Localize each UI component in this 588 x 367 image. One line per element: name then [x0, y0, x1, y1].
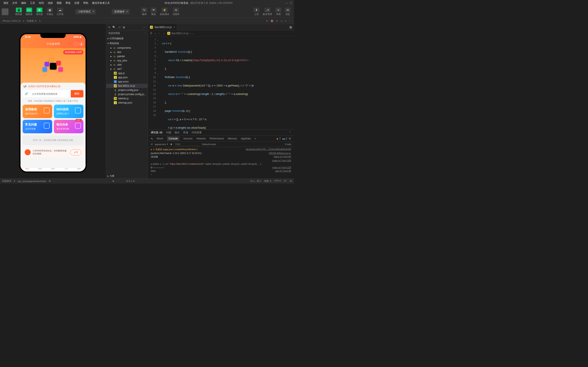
folder-components[interactable]: ▸ 🗀components: [106, 46, 148, 50]
preview-button[interactable]: 👁预览: [149, 8, 158, 16]
capsule-menu-icon[interactable]: ⋯: [74, 42, 78, 46]
panel-tab-output[interactable]: 输出: [175, 131, 180, 134]
indent-setting[interactable]: 空格: 4: [264, 179, 271, 183]
menu-interface[interactable]: 界面: [64, 0, 72, 6]
compile-button[interactable]: ↻编译: [140, 8, 149, 16]
info-count[interactable]: ▬ 2: [282, 137, 287, 140]
hot-reload-toggle[interactable]: 热重载 关: [27, 19, 37, 23]
menu-help[interactable]: 帮助: [82, 0, 90, 6]
card-tutorial[interactable]: 使用教程如何去除水印: [23, 105, 52, 118]
message-button[interactable]: ✉消息: [283, 8, 292, 16]
editor-tab[interactable]: JS fast.fd521.cn.js ×: [148, 24, 177, 30]
folder-dist[interactable]: ▸ 🗀dist: [106, 50, 148, 54]
devtab-network[interactable]: Network: [196, 137, 206, 140]
context-selector[interactable]: appservice ▾: [155, 143, 168, 146]
devtab-more[interactable]: »: [254, 137, 256, 140]
explorer-icon[interactable]: ⧉: [108, 26, 110, 29]
panel-tab-debugger[interactable]: 调试器 7: [151, 131, 163, 134]
page-path-value[interactable]: qsy_plus/pages/index/index: [18, 180, 46, 183]
copy-path-icon[interactable]: ⧉: [49, 180, 51, 183]
simulator-button[interactable]: 📱模拟器: [14, 8, 24, 16]
more-icon[interactable]: ⋯: [289, 20, 292, 22]
eol[interactable]: LF: [284, 179, 287, 183]
file-project-config[interactable]: {}project.config.json: [106, 88, 148, 92]
file-app-wxss[interactable]: #app.wxss: [106, 80, 148, 84]
menu-project[interactable]: 项目: [2, 0, 10, 6]
file-app-js[interactable]: JSapp.js: [106, 71, 148, 75]
device-selector[interactable]: iPhone X 85% 16: [2, 20, 20, 22]
menu-edit[interactable]: 编辑: [19, 0, 28, 6]
bookmark-icon[interactable]: ⑃: [154, 32, 156, 35]
menu-view[interactable]: 视图: [55, 0, 63, 6]
console-output[interactable]: ▸ ⚠ 无效的 page.json [ enableReachBottom ]d…: [148, 147, 294, 178]
visualizer-button[interactable]: ▦可视化: [44, 8, 55, 16]
cut-icon[interactable]: ✂: [285, 20, 287, 22]
devtab-performance[interactable]: Performance: [209, 137, 224, 140]
rotate-icon[interactable]: ↻: [276, 20, 278, 22]
refresh-icon[interactable]: ⟳: [266, 20, 268, 22]
language-mode[interactable]: Ja: [289, 179, 292, 183]
eye-icon[interactable]: ◉: [170, 143, 172, 146]
nav-fwd-icon[interactable]: →: [163, 32, 165, 35]
capsule-close-icon[interactable]: ◉: [79, 42, 83, 46]
project-root[interactable]: ▾ 橙色前端: [106, 41, 148, 46]
parse-button[interactable]: 解析: [71, 90, 83, 97]
menu-devtools[interactable]: 微信开发者工具: [90, 0, 112, 6]
close-tab-icon[interactable]: ×: [173, 26, 175, 29]
more-icon[interactable]: ⋯: [117, 180, 119, 183]
menu-file[interactable]: 文件: [10, 0, 19, 6]
search-icon[interactable]: 🔍: [112, 26, 115, 29]
menu-tool[interactable]: 工具: [28, 0, 37, 6]
folder-painter[interactable]: ▸ 🗀painter: [106, 54, 148, 58]
compile-mode-dropdown[interactable]: 普通编译: [112, 9, 130, 14]
mode-dropdown[interactable]: 小程序模式: [75, 9, 96, 14]
mute-icon[interactable]: 🔇: [271, 20, 274, 22]
version-button[interactable]: ⎇版本管理: [261, 8, 274, 16]
visibility-icon[interactable]: 👁: [112, 180, 114, 183]
clear-cache-button[interactable]: ≋清缓存: [171, 8, 181, 16]
devtab-wxml[interactable]: Wxml: [157, 137, 163, 140]
minimize-icon[interactable]: —: [285, 1, 288, 5]
file-app-json[interactable]: {}app.json: [106, 75, 148, 80]
folder-qsy-plus[interactable]: ▸ 🗀qsy_plus: [106, 58, 148, 63]
panel-tab-terminal[interactable]: 终端: [183, 131, 188, 134]
menu-select[interactable]: 选择: [46, 0, 54, 6]
outline-section[interactable]: ▸ 大纲: [106, 174, 148, 178]
debugger-button[interactable]: ⚙调试器: [34, 8, 44, 16]
card-faq[interactable]: 常见问题去水印失败: [23, 120, 52, 133]
console-filter-input[interactable]: [174, 142, 200, 146]
file-siteinfo[interactable]: JSsiteinfo.js: [106, 96, 148, 100]
detail-button[interactable]: ≡详情: [274, 8, 283, 16]
file-fast-fd521[interactable]: JSfast.fd521.cn.js: [106, 84, 148, 88]
warning-count[interactable]: ▲ 7: [276, 137, 281, 140]
cloud-button[interactable]: ☁云开发: [55, 8, 65, 16]
code-editor[interactable]: 1⌄2⌄34 5⌄678 9⌄1011⌄12 13141516 171819 v…: [148, 36, 294, 130]
split-editor-icon[interactable]: ▥: [287, 24, 294, 30]
real-device-button[interactable]: ⚡真机调试: [158, 8, 171, 16]
url-input[interactable]: [30, 90, 71, 97]
list-icon[interactable]: ☰: [150, 32, 152, 35]
cursor-position[interactable]: 行 1，列 1: [250, 179, 261, 183]
more-actions-icon[interactable]: ⋯: [143, 26, 146, 29]
panel-tab-code-quality[interactable]: 代码质量: [191, 131, 202, 134]
settings-icon[interactable]: ⚙: [289, 137, 291, 140]
devtab-console[interactable]: Console: [167, 136, 180, 141]
git-icon[interactable]: ⎇: [118, 26, 121, 29]
inspect-icon[interactable]: ⬉: [151, 137, 153, 140]
card-daily-task[interactable]: HOT每日任务做任务得次数: [54, 120, 83, 133]
panel-tab-problems[interactable]: 问题: [166, 131, 171, 134]
encoding[interactable]: UTF-8: [274, 179, 281, 183]
devtab-appdata[interactable]: AppData: [241, 137, 251, 140]
extensions-icon[interactable]: ▦: [123, 26, 125, 29]
open-editors-section[interactable]: ▸ 打开的编辑器: [106, 36, 148, 41]
menu-settings[interactable]: 设置: [73, 0, 81, 6]
devtab-memory[interactable]: Memory: [228, 137, 237, 140]
maximize-icon[interactable]: ☐: [290, 1, 292, 5]
folder-we7[interactable]: ▸ 🗀we7: [106, 67, 148, 71]
card-md5[interactable]: MD5说明改Md5上热门: [54, 105, 83, 118]
explorer-menu-icon[interactable]: ⋯: [143, 32, 146, 35]
file-project-private-config[interactable]: {}project.private.config.js...: [106, 92, 148, 96]
menu-goto[interactable]: 转到: [37, 0, 46, 6]
back-icon[interactable]: ◁: [280, 20, 282, 22]
add-to-my-apps-badge[interactable]: 添加到我的小程序: [63, 50, 83, 54]
